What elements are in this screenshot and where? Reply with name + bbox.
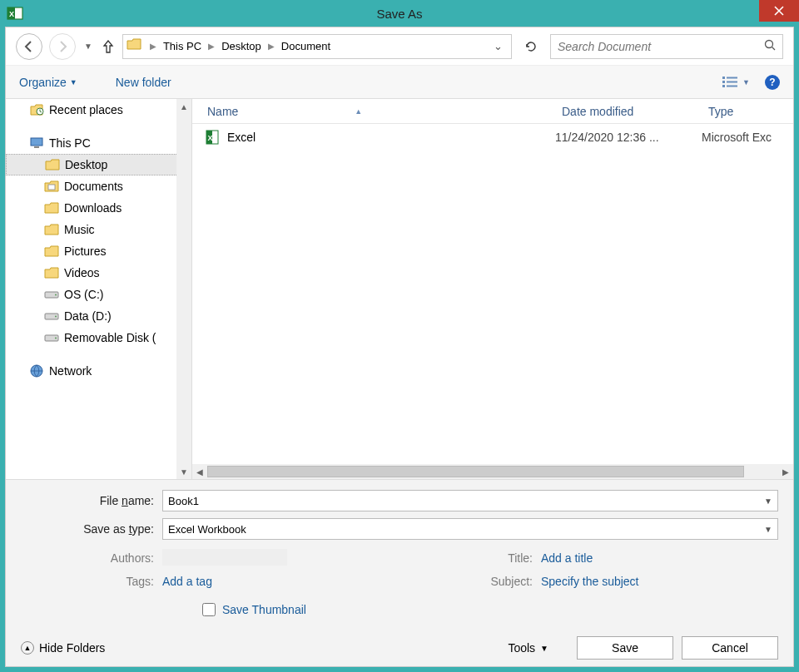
tags-field[interactable]: Add a tag — [162, 575, 212, 588]
tree-item[interactable]: Recent places — [6, 99, 191, 121]
column-date[interactable]: Date modified — [555, 105, 702, 118]
file-hscrollbar[interactable]: ◀ ▶ — [192, 464, 793, 479]
column-headers: Name ▲ Date modified Type — [192, 99, 793, 124]
tree-item[interactable]: Removable Disk ( — [6, 327, 191, 348]
tree-item[interactable]: Videos — [6, 262, 191, 284]
save-thumbnail-input[interactable] — [202, 603, 216, 616]
save-button[interactable]: Save — [577, 636, 673, 660]
tree-item-label: Music — [64, 223, 95, 236]
sort-indicator-icon: ▲ — [355, 107, 362, 116]
refresh-button[interactable] — [519, 34, 543, 59]
scroll-down-icon[interactable]: ▼ — [176, 464, 191, 479]
toolbar: Organize ▼ New folder ▼ ? — [6, 66, 793, 99]
breadcrumb-item-desktop[interactable]: Desktop — [218, 38, 265, 54]
savetype-combo[interactable]: Excel Workbook ▼ — [162, 518, 778, 540]
save-thumbnail-checkbox[interactable]: Save Thumbnail — [202, 603, 778, 616]
svg-point-20 — [55, 338, 57, 339]
tree-item-label: Removable Disk ( — [64, 331, 156, 344]
disk-icon — [44, 330, 59, 345]
tree-item-label: Data (D:) — [64, 309, 112, 323]
chevron-down-icon: ▼ — [70, 78, 77, 86]
collapse-icon: ▲ — [21, 641, 34, 655]
authors-field[interactable] — [162, 549, 287, 568]
svg-text:X: X — [208, 134, 213, 142]
svg-point-18 — [55, 316, 57, 318]
chevron-down-icon[interactable]: ▼ — [764, 497, 772, 506]
search-box[interactable] — [550, 34, 783, 59]
file-pane: Name ▲ Date modified Type XExcel11/24/20… — [192, 99, 793, 479]
folder-icon — [45, 157, 60, 172]
network-icon — [29, 363, 44, 378]
excel-app-icon: X — [7, 5, 23, 22]
title-label: Title: — [400, 551, 541, 565]
file-row[interactable]: XExcel11/24/2020 12:36 ...Microsoft Exc — [192, 124, 793, 151]
cancel-button[interactable]: Cancel — [682, 636, 778, 660]
tree-item[interactable]: OS (C:) — [6, 284, 191, 305]
tree-item[interactable]: This PC — [6, 132, 191, 154]
save-thumbnail-label: Save Thumbnail — [222, 603, 306, 616]
chevron-right-icon: ▶ — [268, 42, 275, 51]
tree-item-label: Videos — [64, 266, 100, 279]
breadcrumb-item-document[interactable]: Document — [278, 38, 334, 54]
tree-item[interactable]: Documents — [6, 175, 191, 197]
breadcrumb-item-thispc[interactable]: This PC — [160, 38, 205, 54]
svg-rect-8 — [727, 77, 737, 78]
scroll-thumb[interactable] — [207, 466, 744, 477]
scroll-up-icon[interactable]: ▲ — [176, 99, 191, 114]
forward-button[interactable] — [49, 33, 76, 60]
tools-menu[interactable]: Tools ▼ — [508, 641, 548, 655]
disk-icon — [44, 309, 59, 324]
filename-combo[interactable]: Book1 ▼ — [162, 490, 778, 511]
search-icon[interactable] — [764, 39, 776, 53]
subject-field[interactable]: Specify the subject — [541, 575, 639, 588]
tree-item[interactable]: Pictures — [6, 240, 191, 262]
svg-rect-5 — [722, 77, 725, 79]
history-dropdown[interactable]: ▼ — [84, 42, 92, 51]
svg-point-16 — [55, 294, 57, 296]
svg-rect-6 — [722, 81, 725, 83]
svg-rect-14 — [48, 185, 55, 190]
close-button[interactable] — [759, 0, 799, 22]
chevron-down-icon[interactable]: ▼ — [764, 525, 772, 534]
title-field[interactable]: Add a title — [541, 551, 593, 565]
file-type: Microsoft Exc — [702, 131, 793, 144]
tree-item[interactable]: Downloads — [6, 197, 191, 219]
svg-line-4 — [772, 47, 776, 51]
window-title: Save As — [376, 7, 422, 21]
chevron-right-icon: ▶ — [150, 42, 156, 51]
back-button[interactable] — [16, 33, 42, 60]
view-menu[interactable]: ▼ — [722, 76, 750, 89]
tree-scrollbar[interactable]: ▲ ▼ — [176, 99, 191, 479]
hide-folders-toggle[interactable]: ▲ Hide Folders — [21, 641, 105, 655]
tree-item[interactable]: Music — [6, 219, 191, 240]
tree-item-label: Pictures — [64, 245, 107, 258]
tree-item-label: Desktop — [65, 158, 107, 171]
folder-icon — [44, 244, 59, 259]
search-input[interactable] — [558, 40, 759, 53]
tree-item[interactable]: Data (D:) — [6, 305, 191, 327]
svg-rect-13 — [34, 146, 39, 148]
column-type[interactable]: Type — [702, 105, 793, 118]
svg-rect-12 — [31, 138, 42, 146]
new-folder-button[interactable]: New folder — [116, 76, 171, 89]
scroll-left-icon[interactable]: ◀ — [192, 467, 207, 477]
scroll-right-icon[interactable]: ▶ — [778, 467, 793, 477]
help-button[interactable]: ? — [765, 75, 780, 90]
column-name[interactable]: Name ▲ — [192, 105, 555, 118]
tree-item[interactable]: Desktop — [6, 154, 191, 175]
nav-tree: Recent placesThis PCDesktopDocumentsDown… — [6, 99, 192, 479]
breadcrumb[interactable]: ▶ This PC ▶ Desktop ▶ Document ⌄ — [122, 34, 512, 59]
organize-menu[interactable]: Organize ▼ — [19, 76, 77, 89]
file-date: 11/24/2020 12:36 ... — [555, 131, 702, 144]
filename-value: Book1 — [168, 495, 199, 507]
titlebar: X Save As — [0, 0, 799, 27]
chevron-right-icon: ▶ — [208, 42, 215, 51]
tree-item[interactable]: Network — [6, 360, 191, 382]
disk-icon — [44, 287, 59, 302]
svg-text:X: X — [9, 10, 14, 18]
authors-label: Authors: — [21, 551, 162, 565]
footer-bar: ▲ Hide Folders Tools ▼ Save Cancel — [21, 631, 778, 660]
chevron-down-icon: ▼ — [742, 78, 750, 86]
up-button[interactable] — [101, 37, 116, 56]
breadcrumb-dropdown[interactable]: ⌄ — [494, 40, 503, 52]
